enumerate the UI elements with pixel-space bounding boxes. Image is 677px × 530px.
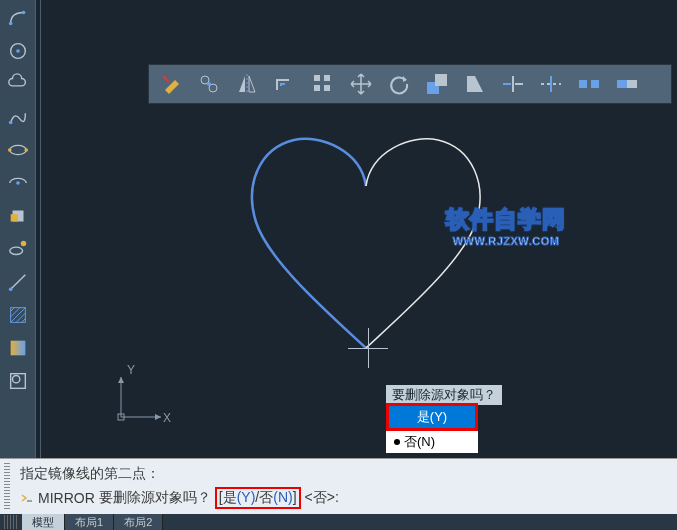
top-toolbar (148, 64, 672, 104)
break-tool[interactable] (609, 67, 645, 101)
scale-tool[interactable] (419, 67, 455, 101)
svg-rect-27 (324, 85, 330, 91)
svg-rect-24 (314, 75, 320, 81)
cloud-tool[interactable] (2, 68, 34, 100)
svg-line-19 (163, 76, 169, 82)
svg-point-7 (24, 148, 28, 152)
insert-block-tool[interactable] (2, 200, 34, 232)
hatch-tool[interactable] (2, 299, 34, 331)
svg-text:Y: Y (127, 363, 135, 377)
break-gap-tool[interactable] (571, 67, 607, 101)
svg-point-1 (21, 11, 25, 15)
command-area: 指定镜像线的第二点： MIRROR 要删除源对象吗？ [是(Y)/否(N)] <… (0, 458, 677, 514)
stretch-tool[interactable] (457, 67, 493, 101)
svg-line-13 (10, 275, 25, 290)
svg-point-4 (8, 121, 12, 125)
left-toolbar (0, 0, 36, 458)
ellipse-arc-tool[interactable] (2, 167, 34, 199)
option-yes[interactable]: 是(Y) (386, 403, 478, 431)
command-prompt-line[interactable]: MIRROR 要删除源对象吗？ [是(Y)/否(N)] <否>: (20, 487, 339, 509)
mirror-prompt-menu: 是(Y) 否(N) (386, 403, 478, 453)
svg-rect-26 (314, 85, 320, 91)
circle-tool[interactable] (2, 35, 34, 67)
command-icon (20, 491, 34, 505)
line-point-tool[interactable] (2, 266, 34, 298)
command-drag-handle[interactable] (4, 463, 10, 511)
bullet-icon (394, 439, 400, 445)
option-no[interactable]: 否(N) (386, 431, 478, 453)
offset-tool[interactable] (267, 67, 303, 101)
command-name: MIRROR (38, 490, 95, 506)
move-tool[interactable] (343, 67, 379, 101)
command-options-highlight: [是(Y)/否(N)] (215, 487, 301, 509)
extend-tool[interactable] (533, 67, 569, 101)
svg-point-6 (7, 148, 11, 152)
gradient-tool[interactable] (2, 332, 34, 364)
tab-model[interactable]: 模型 (22, 514, 65, 530)
svg-rect-36 (591, 80, 599, 88)
svg-point-8 (16, 181, 20, 185)
svg-rect-37 (617, 80, 627, 88)
mirror-tool[interactable] (229, 67, 265, 101)
svg-rect-41 (118, 414, 124, 420)
region-tool[interactable] (2, 365, 34, 397)
svg-rect-35 (579, 80, 587, 88)
arc-tool[interactable] (2, 2, 34, 34)
tab-drag-handle[interactable] (4, 515, 18, 529)
heart-drawing (226, 126, 506, 356)
svg-point-12 (20, 241, 26, 247)
svg-point-3 (16, 49, 20, 53)
svg-point-5 (9, 145, 26, 154)
svg-rect-38 (627, 80, 637, 88)
bottom-tabs: 模型 布局1 布局2 (0, 514, 677, 530)
rotate-tool[interactable] (381, 67, 417, 101)
tab-layout2[interactable]: 布局2 (114, 514, 163, 530)
scale-ellipse-tool[interactable] (2, 233, 34, 265)
erase-tool[interactable] (153, 67, 189, 101)
mirror-prompt-question: 要删除源对象吗？ (386, 385, 502, 405)
tab-layout1[interactable]: 布局1 (65, 514, 114, 530)
svg-point-0 (8, 22, 12, 26)
svg-point-14 (8, 288, 12, 292)
svg-rect-16 (10, 341, 25, 356)
svg-text:X: X (163, 411, 171, 425)
svg-point-18 (12, 376, 19, 383)
copy-group-tool[interactable] (191, 67, 227, 101)
trim-tool[interactable] (495, 67, 531, 101)
spline-tool[interactable] (2, 101, 34, 133)
svg-rect-25 (324, 75, 330, 81)
command-history-line: 指定镜像线的第二点： (20, 465, 160, 483)
svg-rect-29 (435, 74, 447, 86)
ellipse-tool[interactable] (2, 134, 34, 166)
svg-rect-10 (10, 214, 17, 221)
svg-point-22 (207, 82, 211, 86)
svg-point-11 (9, 247, 22, 254)
array-tool[interactable] (305, 67, 341, 101)
ucs-icon: Y X (101, 362, 171, 432)
